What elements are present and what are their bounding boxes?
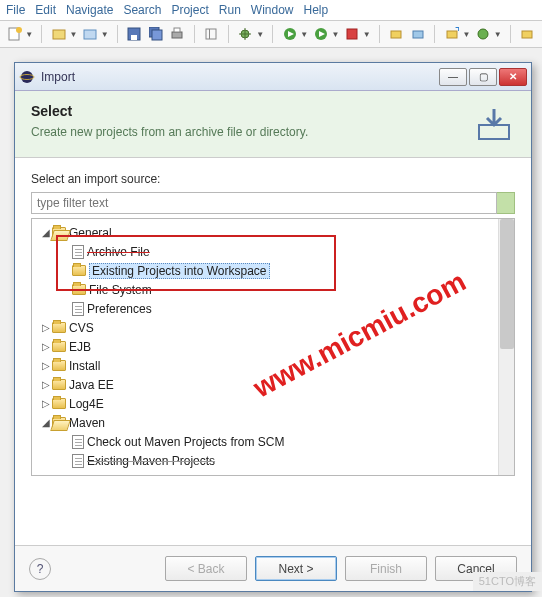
dropdown-icon[interactable]: ▼ (463, 30, 471, 39)
maximize-button[interactable]: ▢ (469, 68, 497, 86)
tree-node-ejb[interactable]: ▷EJB (34, 337, 512, 356)
collapse-icon[interactable]: ◢ (40, 417, 52, 428)
filter-input[interactable] (31, 192, 497, 214)
svg-rect-18 (391, 31, 401, 38)
dropdown-icon[interactable]: ▼ (494, 30, 502, 39)
svg-rect-23 (522, 31, 532, 38)
svg-rect-5 (131, 35, 137, 40)
eclipse-icon (19, 69, 35, 85)
tree-node-cvs[interactable]: ▷CVS (34, 318, 512, 337)
menu-search[interactable]: Search (123, 3, 161, 17)
import-icon (473, 103, 515, 145)
tree-node-maven-existing[interactable]: Existing Maven Projects (34, 451, 512, 470)
menu-run[interactable]: Run (219, 3, 241, 17)
dialog-title: Import (41, 70, 439, 84)
menu-edit[interactable]: Edit (35, 3, 56, 17)
folder-open-icon (52, 417, 66, 428)
toolbar-icon[interactable] (50, 25, 67, 43)
next-button[interactable]: Next > (255, 556, 337, 581)
save-all-icon[interactable] (147, 25, 164, 43)
tree-node-install[interactable]: ▷Install (34, 356, 512, 375)
svg-point-24 (21, 71, 33, 83)
tree-node-maven-scm[interactable]: Check out Maven Projects from SCM (34, 432, 512, 451)
print-icon[interactable] (168, 25, 185, 43)
toolbar-icon[interactable] (388, 25, 405, 43)
expand-icon[interactable]: ▷ (40, 360, 52, 371)
svg-text:+: + (455, 27, 459, 35)
banner-description: Create new projects from an archive file… (31, 125, 473, 139)
dropdown-icon[interactable]: ▼ (101, 30, 109, 39)
save-icon[interactable] (126, 25, 143, 43)
finish-button[interactable]: Finish (345, 556, 427, 581)
dropdown-icon[interactable]: ▼ (70, 30, 78, 39)
dialog-titlebar[interactable]: Import — ▢ ✕ (15, 63, 531, 91)
menu-navigate[interactable]: Navigate (66, 3, 113, 17)
dropdown-icon[interactable]: ▼ (332, 30, 340, 39)
toolbar-icon[interactable] (409, 25, 426, 43)
back-button[interactable]: < Back (165, 556, 247, 581)
tree-node-log4e[interactable]: ▷Log4E (34, 394, 512, 413)
menu-help[interactable]: Help (304, 3, 329, 17)
svg-rect-17 (347, 29, 357, 39)
new-button-icon[interactable] (6, 25, 23, 43)
dropdown-icon[interactable]: ▼ (300, 30, 308, 39)
toolbar-icon[interactable] (475, 25, 492, 43)
svg-rect-7 (152, 30, 162, 40)
external-tools-icon[interactable] (344, 25, 361, 43)
banner-title: Select (31, 103, 473, 119)
svg-rect-8 (172, 32, 182, 38)
tree-node-preferences[interactable]: Preferences (34, 299, 512, 318)
expand-icon[interactable]: ▷ (40, 398, 52, 409)
menu-file[interactable]: File (6, 3, 25, 17)
tree-node-existing-projects[interactable]: Existing Projects into Workspace (34, 261, 512, 280)
main-menubar[interactable]: File Edit Navigate Search Project Run Wi… (0, 0, 542, 21)
folder-icon (72, 265, 86, 276)
toolbar-icon[interactable]: + (443, 25, 460, 43)
tree-node-general[interactable]: ◢General (34, 223, 512, 242)
tree-node-file-system[interactable]: File System (34, 280, 512, 299)
import-dialog: Import — ▢ ✕ Select Create new projects … (14, 62, 532, 592)
file-icon (72, 435, 84, 449)
run-last-icon[interactable] (312, 25, 329, 43)
expand-icon[interactable]: ▷ (40, 341, 52, 352)
help-button[interactable]: ? (29, 558, 51, 580)
folder-icon (52, 360, 66, 371)
dropdown-icon[interactable]: ▼ (25, 30, 33, 39)
debug-icon[interactable] (237, 25, 254, 43)
file-icon (72, 454, 84, 468)
folder-icon (52, 341, 66, 352)
toolbar-icon[interactable] (203, 25, 220, 43)
menu-window[interactable]: Window (251, 3, 294, 17)
scrollbar[interactable] (498, 219, 514, 475)
dropdown-icon[interactable]: ▼ (363, 30, 371, 39)
folder-icon (52, 398, 66, 409)
svg-point-1 (16, 27, 22, 33)
minimize-button[interactable]: — (439, 68, 467, 86)
toolbar-icon[interactable] (81, 25, 98, 43)
source-watermark: 51CTO博客 (473, 572, 542, 591)
scrollbar-thumb[interactable] (500, 219, 514, 349)
import-source-tree[interactable]: ◢General Archive File Existing Projects … (31, 218, 515, 476)
dialog-banner: Select Create new projects from an archi… (15, 91, 531, 158)
expand-icon[interactable]: ▷ (40, 322, 52, 333)
tree-node-archive-file[interactable]: Archive File (34, 242, 512, 261)
file-icon (72, 245, 84, 259)
folder-icon (72, 284, 86, 295)
close-button[interactable]: ✕ (499, 68, 527, 86)
svg-rect-19 (413, 31, 423, 38)
clear-filter-button[interactable] (497, 192, 515, 214)
run-icon[interactable] (281, 25, 298, 43)
dropdown-icon[interactable]: ▼ (256, 30, 264, 39)
collapse-icon[interactable]: ◢ (40, 227, 52, 238)
expand-icon[interactable]: ▷ (40, 379, 52, 390)
toolbar-icon[interactable] (519, 25, 536, 43)
tree-node-maven[interactable]: ◢Maven (34, 413, 512, 432)
file-icon (72, 302, 84, 316)
source-label: Select an import source: (31, 172, 515, 186)
main-toolbar: ▼ ▼ ▼ ▼ ▼ ▼ ▼ +▼ ▼ (0, 21, 542, 48)
svg-rect-3 (84, 30, 96, 39)
folder-icon (52, 379, 66, 390)
dialog-footer: ? < Back Next > Finish Cancel (15, 545, 531, 591)
tree-node-javaee[interactable]: ▷Java EE (34, 375, 512, 394)
menu-project[interactable]: Project (171, 3, 208, 17)
